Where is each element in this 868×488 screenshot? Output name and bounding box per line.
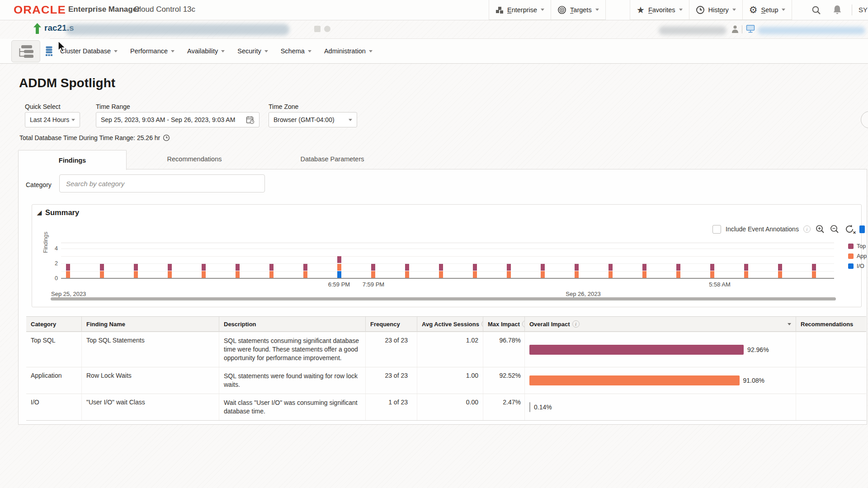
finding-bar[interactable] xyxy=(202,242,206,278)
finding-bar[interactable] xyxy=(473,242,477,278)
finding-bar[interactable] xyxy=(812,242,816,278)
finding-bar[interactable] xyxy=(236,242,240,278)
include-event-annotations-checkbox[interactable] xyxy=(712,225,721,234)
chart-overview-scrollbar[interactable] xyxy=(51,297,836,300)
menu-security[interactable]: Security xyxy=(231,47,274,55)
target-refresh-icon xyxy=(324,26,330,32)
context-menu: Cluster Database Performance Availabilit… xyxy=(44,39,379,63)
tab-recommendations[interactable]: Recommendations xyxy=(149,155,240,163)
quick-select-dropdown[interactable]: Last 24 Hours xyxy=(25,112,80,127)
finding-bar[interactable] xyxy=(609,242,613,278)
finding-bar[interactable] xyxy=(439,242,443,278)
finding-bar[interactable] xyxy=(575,242,579,278)
category-search-input[interactable] xyxy=(59,174,265,192)
finding-bar[interactable] xyxy=(168,242,172,278)
summary-header[interactable]: ◢ Summary xyxy=(37,208,79,217)
finding-bar[interactable] xyxy=(337,242,341,278)
findings-chart-plot xyxy=(61,243,834,278)
col-description[interactable]: Description xyxy=(219,317,365,331)
menu-schema[interactable]: Schema xyxy=(274,47,318,55)
menu-targets-label: Targets xyxy=(570,6,592,14)
table-row[interactable]: Application Row Lock Waits SQL statement… xyxy=(26,367,866,394)
finding-bar[interactable] xyxy=(134,242,138,278)
menu-enterprise-label: Enterprise xyxy=(507,6,537,14)
legend-swatch xyxy=(848,263,854,269)
cell-category: Top SQL xyxy=(26,332,81,367)
chevron-down-icon xyxy=(171,50,175,52)
col-finding-name[interactable]: Finding Name xyxy=(81,317,219,331)
sort-chevron-icon[interactable] xyxy=(788,323,791,325)
col-overall-impact[interactable]: Overall Impacti xyxy=(524,317,796,331)
cell-avg-active-sessions: 1.02 xyxy=(417,332,483,367)
finding-bar[interactable] xyxy=(371,242,375,278)
zoom-in-icon[interactable] xyxy=(815,224,825,234)
target-bar-divider xyxy=(742,25,742,33)
finding-bar[interactable] xyxy=(676,242,680,278)
menu-administration[interactable]: Administration xyxy=(318,47,379,55)
finding-bar[interactable] xyxy=(710,242,714,278)
chevron-down-icon xyxy=(369,50,373,52)
table-row[interactable]: I/O "User I/O" wait Class Wait class "Us… xyxy=(26,394,866,420)
col-avg-active-sessions[interactable]: Avg Active Sessionsi xyxy=(417,317,483,331)
impact-value: 0.14% xyxy=(534,404,552,411)
x-date-label: Sep 26, 2023 xyxy=(558,291,608,297)
gridline xyxy=(61,263,834,264)
auto-refresh-off-icon[interactable]: ✕ xyxy=(844,224,855,235)
summary-title: Summary xyxy=(45,208,79,217)
info-icon[interactable]: i xyxy=(572,320,580,328)
tab-findings[interactable]: Findings xyxy=(18,150,127,170)
category-filter-label: Category xyxy=(26,181,52,188)
toolbar-button-partial[interactable] xyxy=(859,225,865,233)
col-max-impact[interactable]: Max Impacti xyxy=(483,317,524,331)
finding-bar[interactable] xyxy=(66,242,70,278)
calendar-icon[interactable] xyxy=(246,116,255,124)
cell-finding-name[interactable]: Top SQL Statements xyxy=(81,332,219,367)
finding-bar[interactable] xyxy=(642,242,646,278)
global-menu-group-1: Enterprise Targets xyxy=(489,0,606,20)
finding-bar[interactable] xyxy=(541,242,545,278)
finding-bar[interactable] xyxy=(778,242,782,278)
cell-finding-name[interactable]: Row Lock Waits xyxy=(81,367,219,394)
product-edition: Cloud Control 13c xyxy=(134,5,195,14)
finding-bar[interactable] xyxy=(405,242,409,278)
col-category[interactable]: Category xyxy=(26,317,81,331)
chevron-down-icon xyxy=(308,50,311,52)
menu-enterprise[interactable]: Enterprise xyxy=(489,0,551,20)
col-recommendations[interactable]: Recommendations xyxy=(796,317,866,331)
menu-performance[interactable]: Performance xyxy=(124,47,181,55)
menu-favorites[interactable]: ★ Favorites xyxy=(630,0,689,20)
info-icon[interactable]: i xyxy=(803,225,811,233)
time-zone-dropdown[interactable]: Browser (GMT-04:00) xyxy=(269,112,357,127)
menu-targets[interactable]: Targets xyxy=(551,0,606,20)
tree-icon xyxy=(18,45,34,58)
sidebar-tree-toggle-button[interactable] xyxy=(11,40,40,62)
app-header: ORACLE Enterprise Manager Cloud Control … xyxy=(0,0,868,20)
refresh-button-partial[interactable] xyxy=(861,111,868,128)
table-row[interactable]: Top SQL Top SQL Statements SQL statement… xyxy=(26,332,866,367)
menu-availability[interactable]: Availability xyxy=(181,47,231,55)
chevron-down-icon xyxy=(221,50,225,52)
chevron-down-icon xyxy=(782,9,785,11)
include-event-annotations-label: Include Event Annotations xyxy=(726,225,799,233)
tab-database-parameters[interactable]: Database Parameters xyxy=(277,155,388,163)
zoom-out-icon[interactable] xyxy=(830,224,840,234)
menu-history[interactable]: History xyxy=(689,0,743,20)
user-menu[interactable]: SY xyxy=(859,6,868,14)
cell-finding-name[interactable]: "User I/O" wait Class xyxy=(81,394,219,420)
finding-bar[interactable] xyxy=(269,242,274,278)
gear-icon: ⚙ xyxy=(749,5,758,14)
col-frequency[interactable]: Frequency xyxy=(365,317,417,331)
oracle-logo: ORACLE xyxy=(14,4,66,17)
page-title: ADDM Spotlight xyxy=(19,76,115,90)
finding-bar[interactable] xyxy=(507,242,511,278)
finding-bar[interactable] xyxy=(100,242,104,278)
time-range-field[interactable]: Sep 25, 2023, 9:03 AM - Sep 26, 2023, 9:… xyxy=(96,112,259,127)
finding-bar[interactable] xyxy=(303,242,307,278)
impact-value: 92.96% xyxy=(747,346,769,353)
x-tick-label: 5:58 AM xyxy=(699,281,740,288)
notifications-bell-icon[interactable] xyxy=(832,5,843,15)
search-icon[interactable] xyxy=(811,5,821,15)
menu-setup[interactable]: ⚙ Setup xyxy=(743,0,793,20)
cell-overall-impact: 91.08% xyxy=(524,367,796,394)
finding-bar[interactable] xyxy=(744,242,748,278)
